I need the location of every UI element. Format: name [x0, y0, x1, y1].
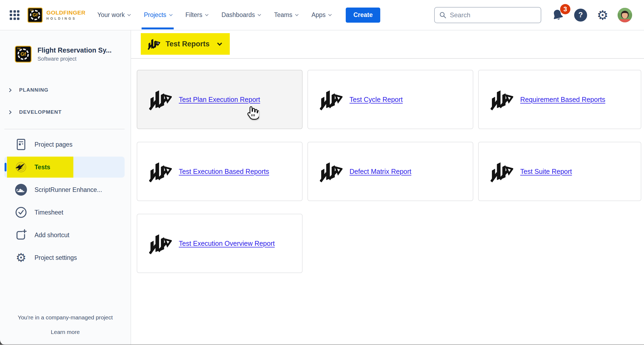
- brand-name: GOLDFINGER: [46, 9, 85, 16]
- report-chart-icon: [320, 88, 342, 111]
- logo-monogram: Gf: [20, 51, 26, 57]
- card-test-suite-report[interactable]: Test Suite Report: [478, 142, 641, 201]
- jira-app-window: 79F Gf GOLDFINGER HOLDINGS Your work Pro…: [0, 0, 644, 345]
- chevron-down-icon: [205, 13, 208, 16]
- sidebar-item-label: Add shortcut: [35, 232, 69, 239]
- add-shortcut-icon: [15, 229, 27, 241]
- card-test-execution-based-reports[interactable]: Test Execution Based Reports: [137, 142, 303, 201]
- nav-label: Filters: [186, 11, 203, 19]
- project-sidebar: 79F Gf Flight Reservation Sy... Software…: [0, 30, 131, 345]
- test-reports-label: Test Reports: [166, 40, 210, 48]
- section-label: PLANNING: [19, 87, 49, 93]
- report-link[interactable]: Test Execution Overview Report: [179, 239, 275, 248]
- chevron-down-icon: [217, 41, 222, 46]
- sidebar-item-label: ScriptRunner Enhance...: [35, 186, 102, 194]
- create-button[interactable]: Create: [346, 8, 380, 23]
- sidebar-item-label: Project pages: [35, 141, 73, 148]
- report-cards-grid: Test Plan Execution Report Test Cycle Re…: [137, 70, 644, 273]
- search-box[interactable]: [434, 7, 541, 23]
- project-type: Software project: [37, 56, 112, 62]
- content-divider: [131, 58, 644, 59]
- card-test-cycle-report[interactable]: Test Cycle Report: [307, 70, 473, 129]
- gear-icon: ⚙: [16, 252, 26, 264]
- sidebar-item-timesheet[interactable]: Timesheet: [4, 202, 125, 223]
- nav-label: Your work: [97, 11, 125, 19]
- nav-label: Apps: [311, 11, 326, 19]
- nav-dashboards[interactable]: Dashboards: [221, 0, 260, 30]
- report-chart-icon: [149, 88, 172, 111]
- sidebar-item-tests[interactable]: Tests: [4, 157, 125, 178]
- main-content: Test Reports Test Plan Execution Report: [131, 30, 644, 345]
- chevron-down-icon: [328, 13, 332, 16]
- sidebar-item-project-pages[interactable]: Project pages: [4, 134, 125, 155]
- report-link[interactable]: Test Suite Report: [520, 167, 572, 176]
- sidebar-section-planning[interactable]: PLANNING: [0, 85, 131, 95]
- card-test-execution-overview-report[interactable]: Test Execution Overview Report: [137, 214, 303, 273]
- report-chart-icon: [491, 88, 513, 111]
- user-avatar[interactable]: [618, 8, 632, 22]
- sidebar-item-project-settings[interactable]: ⚙ Project settings: [4, 247, 125, 268]
- settings-button[interactable]: ⚙: [597, 9, 608, 22]
- search-icon: [439, 11, 447, 19]
- nav-label: Dashboards: [221, 11, 255, 19]
- report-link[interactable]: Test Execution Based Reports: [179, 167, 269, 176]
- gear-icon: ⚙: [597, 9, 608, 22]
- chevron-down-icon: [128, 13, 131, 16]
- avatar-photo: [618, 8, 632, 22]
- project-avatar: 79F Gf: [15, 46, 32, 63]
- help-button[interactable]: ?: [574, 9, 587, 22]
- card-test-plan-execution-report[interactable]: Test Plan Execution Report: [137, 70, 303, 129]
- document-icon: [15, 138, 27, 151]
- nav-label: Projects: [144, 11, 166, 19]
- sidebar-item-label: Tests: [35, 164, 50, 171]
- nav-filters[interactable]: Filters: [186, 0, 208, 30]
- sidebar-item-add-shortcut[interactable]: Add shortcut: [4, 225, 125, 246]
- goldfinger-logo-icon: 79F Gf: [28, 8, 43, 23]
- check-circle-icon: [15, 206, 27, 219]
- sidebar-item-label: Project settings: [35, 254, 77, 261]
- bar-chart-trend-icon: [148, 37, 160, 50]
- zephyr-tests-icon: [15, 161, 27, 173]
- chevron-down-icon: [258, 13, 261, 16]
- chevron-down-icon: [169, 13, 173, 16]
- sidebar-item-label: Timesheet: [35, 209, 63, 216]
- project-name: Flight Reservation Sy...: [37, 46, 112, 54]
- project-type-note: You're in a company-managed project: [0, 314, 131, 321]
- chevron-down-icon: [295, 13, 299, 16]
- report-link[interactable]: Test Cycle Report: [350, 95, 403, 104]
- sidebar-divider: [4, 129, 125, 129]
- report-chart-icon: [320, 160, 342, 183]
- report-chart-icon: [149, 232, 172, 255]
- top-navigation-bar: 79F Gf GOLDFINGER HOLDINGS Your work Pro…: [0, 0, 644, 30]
- brand-subtitle: HOLDINGS: [46, 17, 85, 20]
- sidebar-section-development[interactable]: DEVELOPMENT: [0, 107, 131, 118]
- section-label: DEVELOPMENT: [19, 109, 62, 115]
- app-switcher-icon[interactable]: [10, 10, 19, 20]
- sidebar-item-scriptrunner[interactable]: ScriptRunner Enhance...: [4, 179, 125, 200]
- learn-more-link[interactable]: Learn more: [51, 329, 80, 335]
- notifications-button[interactable]: 3: [551, 8, 564, 22]
- question-mark-icon: ?: [574, 9, 587, 22]
- primary-nav: Your work Projects Filters Dashboards Te…: [97, 0, 331, 30]
- search-input[interactable]: [450, 11, 536, 19]
- logo-monogram: Gf: [33, 12, 38, 18]
- site-logo[interactable]: 79F Gf GOLDFINGER HOLDINGS: [28, 8, 85, 23]
- nav-projects[interactable]: Projects: [144, 0, 171, 30]
- nav-label: Teams: [274, 11, 292, 19]
- report-link[interactable]: Requirement Based Reports: [520, 95, 605, 104]
- report-link[interactable]: Defect Matrix Report: [350, 167, 411, 176]
- test-reports-dropdown-button[interactable]: Test Reports: [141, 33, 230, 55]
- card-defect-matrix-report[interactable]: Defect Matrix Report: [307, 142, 473, 201]
- card-requirement-based-reports[interactable]: Requirement Based Reports: [478, 70, 641, 129]
- report-link[interactable]: Test Plan Execution Report: [179, 95, 260, 104]
- nav-apps[interactable]: Apps: [311, 0, 331, 30]
- report-chart-icon: [149, 160, 172, 183]
- brand-text: GOLDFINGER HOLDINGS: [46, 9, 85, 20]
- project-header[interactable]: 79F Gf Flight Reservation Sy... Software…: [15, 46, 131, 63]
- report-chart-icon: [491, 160, 513, 183]
- mouse-cursor-pointer: [244, 105, 259, 120]
- notification-badge: 3: [560, 4, 570, 14]
- nav-your-work[interactable]: Your work: [97, 0, 130, 30]
- nav-teams[interactable]: Teams: [274, 0, 297, 30]
- sneaker-icon: [15, 184, 27, 196]
